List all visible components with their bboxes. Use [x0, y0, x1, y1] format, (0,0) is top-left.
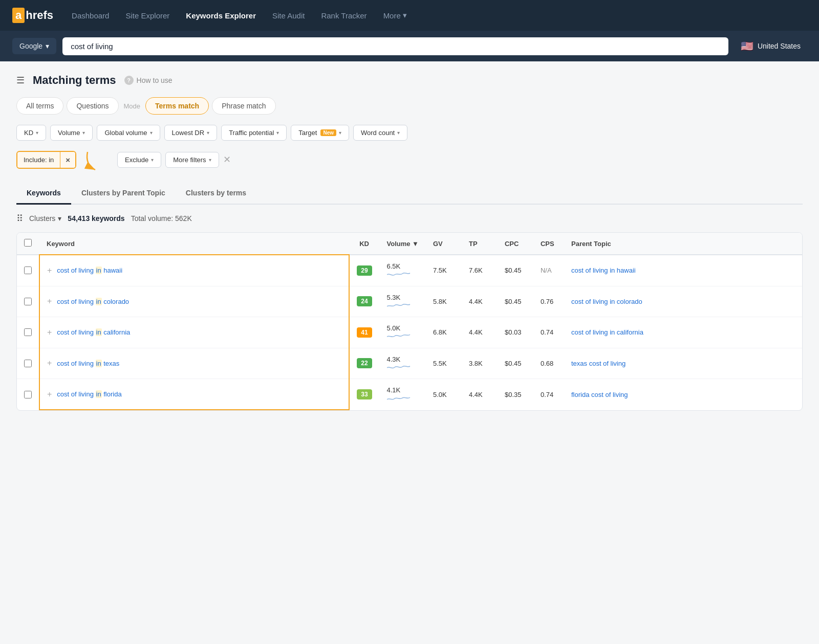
keyword-link[interactable]: cost of living in colorado — [57, 298, 129, 305]
row-kd-cell: 22 — [349, 348, 380, 379]
tab-phrase-match[interactable]: Phrase match — [212, 97, 275, 115]
include-label: Include: in — [17, 152, 60, 167]
row-cpc-cell: $0.03 — [498, 317, 533, 348]
filter-traffic-potential[interactable]: Traffic potential ▾ — [221, 125, 287, 141]
country-selector[interactable]: 🇺🇸 United States — [735, 36, 807, 56]
row-tp-cell: 3.8K — [462, 348, 498, 379]
chevron-down-icon: ▾ — [209, 157, 211, 163]
tab-separator: Mode — [122, 102, 143, 110]
engine-selector[interactable]: Google ▾ — [12, 38, 56, 54]
row-cps-cell: N/A — [533, 255, 564, 286]
nav-dashboard[interactable]: Dashboard — [66, 9, 115, 22]
sub-tab-clusters-terms[interactable]: Clusters by terms — [176, 183, 256, 205]
sub-tab-keywords[interactable]: Keywords — [16, 183, 71, 205]
row-parent-topic-cell: texas cost of living — [564, 348, 802, 379]
engine-label: Google — [19, 42, 42, 50]
volume-value: 5.0K — [387, 324, 401, 332]
include-tag: Include: in × — [16, 151, 76, 169]
expand-icon[interactable]: + — [47, 266, 52, 275]
nav-rank-tracker[interactable]: Rank Tracker — [315, 9, 373, 22]
chevron-down-icon: ▾ — [151, 157, 154, 163]
parent-topic-link[interactable]: cost of living in hawaii — [571, 267, 636, 274]
kd-badge: 33 — [357, 389, 372, 399]
how-to-use-link[interactable]: ? How to use — [124, 76, 173, 85]
row-tp-cell: 4.4K — [462, 317, 498, 348]
clear-filters-icon[interactable]: ✕ — [223, 154, 231, 165]
kd-badge: 22 — [357, 358, 372, 368]
tab-all-terms[interactable]: All terms — [16, 97, 63, 115]
sub-tabs-row: Keywords Clusters by Parent Topic Cluste… — [16, 183, 803, 205]
row-checkbox-cell — [17, 317, 39, 348]
row-parent-topic-cell: cost of living in california — [564, 317, 802, 348]
hamburger-icon[interactable]: ☰ — [16, 75, 25, 86]
expand-icon[interactable]: + — [47, 390, 52, 399]
filter-global-volume[interactable]: Global volume ▾ — [97, 125, 160, 141]
parent-topic-link[interactable]: texas cost of living — [571, 360, 626, 367]
tab-questions[interactable]: Questions — [67, 97, 118, 115]
parent-topic-link[interactable]: florida cost of living — [571, 391, 628, 398]
clusters-dots-icon: ⠿ — [16, 213, 23, 224]
filter-lowest-dr[interactable]: Lowest DR ▾ — [164, 125, 218, 141]
sparkline-chart — [387, 363, 411, 371]
expand-icon[interactable]: + — [47, 359, 52, 368]
tp-value: 4.4K — [469, 328, 483, 336]
row-kd-cell: 33 — [349, 379, 380, 410]
tp-value: 7.6K — [469, 267, 483, 274]
row-checkbox[interactable] — [24, 298, 32, 305]
nav-site-explorer[interactable]: Site Explorer — [119, 9, 176, 22]
filter-target[interactable]: Target New ▾ — [291, 125, 349, 141]
exclude-filter-button[interactable]: Exclude ▾ — [117, 152, 161, 168]
engine-chevron-icon: ▾ — [46, 42, 49, 50]
clusters-label: Clusters — [29, 214, 55, 223]
row-checkbox[interactable] — [24, 391, 32, 398]
country-label: United States — [758, 42, 801, 50]
keyword-link[interactable]: cost of living in texas — [57, 360, 119, 367]
nav-more-label: More — [383, 11, 401, 20]
select-all-checkbox[interactable] — [24, 239, 32, 247]
row-tp-cell: 7.6K — [462, 255, 498, 286]
filter-volume[interactable]: Volume ▾ — [50, 125, 93, 141]
highlight-in: in — [96, 360, 102, 367]
filter-word-count[interactable]: Word count ▾ — [353, 125, 407, 141]
keyword-link[interactable]: cost of living in florida — [57, 390, 121, 398]
parent-topic-link[interactable]: cost of living in california — [571, 328, 643, 336]
row-keyword-cell: + cost of living in colorado — [39, 286, 349, 317]
clusters-button[interactable]: Clusters ▾ — [29, 214, 61, 223]
include-remove-button[interactable]: × — [60, 152, 75, 168]
filter-kd[interactable]: KD ▾ — [16, 125, 46, 141]
nav-keywords-explorer[interactable]: Keywords Explorer — [180, 9, 262, 22]
expand-icon[interactable]: + — [47, 297, 52, 306]
more-filters-button[interactable]: More filters ▾ — [165, 152, 219, 168]
volume-value: 4.1K — [387, 386, 401, 394]
tab-terms-match[interactable]: Terms match — [145, 97, 209, 115]
logo[interactable]: a hrefs — [12, 8, 53, 23]
header-volume[interactable]: Volume ▼ — [380, 233, 426, 255]
filter-global-volume-label: Global volume — [104, 129, 147, 137]
header-kd: KD — [349, 233, 380, 255]
chevron-down-icon: ▾ — [207, 130, 209, 136]
kd-badge: 41 — [357, 327, 372, 338]
nav-more[interactable]: More ▾ — [377, 9, 413, 22]
header-cps: CPS — [533, 233, 564, 255]
expand-icon[interactable]: + — [47, 328, 52, 337]
keyword-link[interactable]: cost of living in hawaii — [57, 267, 122, 274]
keyword-link[interactable]: cost of living in california — [57, 328, 130, 336]
nav-site-audit[interactable]: Site Audit — [266, 9, 311, 22]
row-checkbox[interactable] — [24, 267, 32, 274]
include-filter-row: Include: in × Exclude ▾ More filters ▾ ✕ — [16, 147, 803, 172]
row-checkbox[interactable] — [24, 328, 32, 336]
search-input[interactable] — [62, 37, 728, 55]
chevron-down-icon: ▾ — [150, 130, 153, 136]
cpc-value: $0.45 — [505, 298, 522, 305]
row-checkbox[interactable] — [24, 360, 32, 367]
row-cpc-cell: $0.45 — [498, 286, 533, 317]
sub-tab-clusters-parent[interactable]: Clusters by Parent Topic — [71, 183, 176, 205]
page-title: Matching terms — [33, 74, 116, 87]
kd-badge: 24 — [357, 296, 372, 306]
row-cpc-cell: $0.45 — [498, 348, 533, 379]
row-keyword-cell: + cost of living in california — [39, 317, 349, 348]
keyword-cell: + cost of living in florida — [47, 390, 341, 399]
parent-topic-link[interactable]: cost of living in colorado — [571, 298, 642, 305]
row-checkbox-cell — [17, 379, 39, 410]
filter-traffic-potential-label: Traffic potential — [229, 129, 274, 137]
